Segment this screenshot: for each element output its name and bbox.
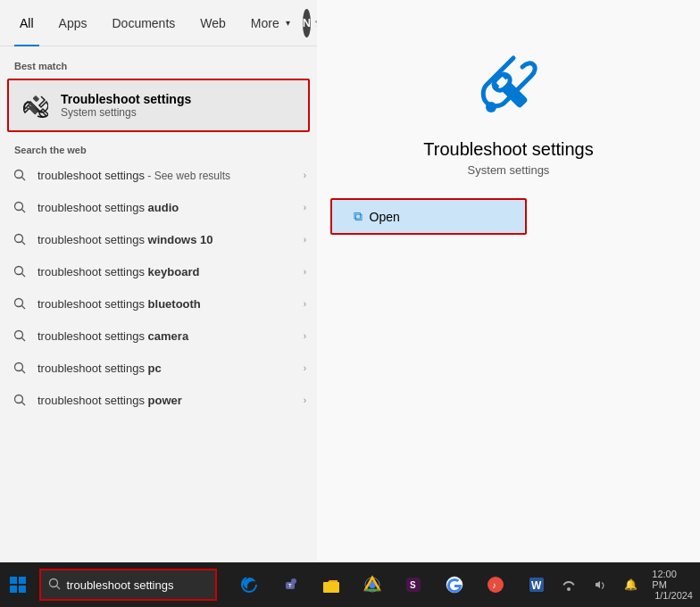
open-label: Open (370, 210, 400, 224)
svg-rect-24 (10, 577, 17, 584)
best-match-text: Troubleshoot settings System settings (61, 92, 191, 119)
svg-rect-33 (323, 582, 339, 593)
svg-line-14 (22, 338, 26, 342)
chevron-icon-5: › (304, 331, 306, 341)
search-icon-3 (11, 262, 29, 280)
volume-tray-icon[interactable] (586, 570, 613, 599)
word-icon[interactable]: W (519, 567, 554, 603)
svg-point-9 (15, 267, 23, 275)
search-item-camera[interactable]: troubleshoot settings camera › (0, 320, 317, 352)
search-icon-5 (11, 327, 29, 345)
search-item-see-web[interactable]: troubleshoot settings - See web results … (0, 159, 317, 191)
best-match-subtitle: System settings (61, 106, 191, 119)
svg-point-28 (50, 578, 58, 586)
svg-text:T: T (288, 583, 292, 588)
search-item-text-4: troubleshoot settings bluetooth (38, 297, 300, 311)
taskbar-icons: T S (231, 567, 554, 603)
svg-point-13 (15, 331, 23, 339)
taskbar-search-icon (48, 578, 61, 593)
tab-all[interactable]: All (7, 0, 46, 46)
search-icon-1 (11, 198, 29, 216)
search-menu: All Apps Documents Web More ▾ N ··· ✕ Be… (0, 0, 700, 562)
tab-more[interactable]: More ▾ (238, 0, 303, 46)
svg-text:S: S (410, 580, 416, 590)
svg-point-15 (15, 363, 23, 371)
chevron-icon-7: › (304, 395, 306, 405)
clock-date[interactable]: 12:00 PM 1/1/2024 (652, 569, 693, 601)
svg-point-5 (15, 203, 23, 211)
web-section-label: Search the web (0, 136, 317, 159)
user-avatar[interactable]: N (303, 9, 311, 37)
taskbar-search-box[interactable]: troubleshoot settings (39, 569, 217, 601)
best-match-title: Troubleshoot settings (61, 92, 191, 106)
tabs-bar: All Apps Documents Web More ▾ N ··· ✕ (0, 0, 317, 46)
troubleshoot-icon (20, 89, 52, 121)
svg-rect-25 (19, 577, 26, 584)
taskbar: troubleshoot settings T (0, 562, 700, 607)
search-item-text-1: troubleshoot settings audio (38, 201, 300, 214)
taskbar-search-text: troubleshoot settings (66, 578, 173, 592)
svg-point-23 (486, 102, 496, 112)
svg-text:W: W (531, 579, 542, 592)
search-item-text-6: troubleshoot settings pc (38, 362, 300, 375)
search-icon-0 (11, 166, 29, 184)
svg-line-18 (22, 403, 26, 406)
open-btn-wrap: ⧉ Open (330, 198, 688, 235)
search-item-windows10[interactable]: troubleshoot settings windows 10 › (0, 223, 317, 255)
start-button[interactable] (4, 567, 32, 603)
search-icon-6 (11, 359, 29, 377)
svg-text:♪: ♪ (492, 580, 496, 590)
search-item-pc[interactable]: troubleshoot settings pc › (0, 352, 317, 384)
svg-line-6 (22, 210, 26, 213)
search-item-text-5: troubleshoot settings camera (38, 329, 300, 343)
tab-apps[interactable]: Apps (46, 0, 100, 46)
svg-point-17 (15, 395, 23, 403)
svg-line-4 (22, 178, 26, 181)
search-icon-7 (11, 391, 29, 409)
search-item-keyboard[interactable]: troubleshoot settings keyboard › (0, 255, 317, 287)
chevron-icon-3: › (304, 267, 306, 277)
tab-web[interactable]: Web (188, 0, 238, 46)
search-item-power[interactable]: troubleshoot settings power › (0, 384, 317, 416)
search-icon-2 (11, 230, 29, 248)
slack-icon[interactable]: S (396, 567, 431, 603)
best-match-item[interactable]: Troubleshoot settings System settings (7, 79, 310, 132)
notification-tray-icon[interactable]: 🔔 (617, 570, 645, 599)
search-item-text-2: troubleshoot settings windows 10 (38, 233, 300, 246)
svg-rect-26 (10, 586, 17, 593)
svg-point-3 (15, 170, 23, 179)
search-item-bluetooth[interactable]: troubleshoot settings bluetooth › (0, 287, 317, 320)
left-content: Best match Troubleshoot settings (0, 46, 317, 562)
svg-rect-27 (19, 586, 26, 593)
chevron-icon-6: › (304, 363, 306, 373)
chevron-icon-0: › (304, 170, 306, 180)
svg-point-43 (567, 587, 571, 591)
search-icon-4 (11, 295, 29, 312)
svg-point-31 (291, 578, 296, 584)
chevron-icon-4: › (304, 299, 306, 309)
search-item-text-3: troubleshoot settings keyboard (38, 265, 300, 279)
teams-icon[interactable]: T (272, 567, 308, 603)
edge-icon[interactable] (231, 567, 267, 603)
right-panel-subtitle: System settings (468, 163, 550, 177)
svg-line-10 (22, 274, 26, 278)
left-panel: All Apps Documents Web More ▾ N ··· ✕ Be… (0, 0, 317, 562)
paint-icon[interactable]: ♪ (478, 567, 513, 603)
tab-documents[interactable]: Documents (99, 0, 188, 46)
right-panel-title: Troubleshoot settings (423, 139, 593, 160)
open-button[interactable]: ⧉ Open (330, 198, 527, 235)
google-icon[interactable] (437, 567, 472, 603)
right-panel-icon (473, 54, 545, 125)
svg-line-16 (22, 370, 26, 374)
file-explorer-icon[interactable] (313, 567, 349, 603)
search-item-audio[interactable]: troubleshoot settings audio › (0, 191, 317, 223)
search-item-text-7: troubleshoot settings power (38, 394, 300, 407)
network-tray-icon[interactable] (554, 570, 582, 599)
svg-line-8 (22, 242, 26, 245)
chevron-icon-1: › (304, 203, 306, 212)
svg-point-11 (15, 299, 23, 307)
chrome-icon[interactable] (354, 567, 390, 603)
best-match-label: Best match (0, 54, 317, 75)
open-window-icon: ⧉ (354, 209, 362, 224)
search-item-text-0: troubleshoot settings - See web results (38, 169, 300, 182)
